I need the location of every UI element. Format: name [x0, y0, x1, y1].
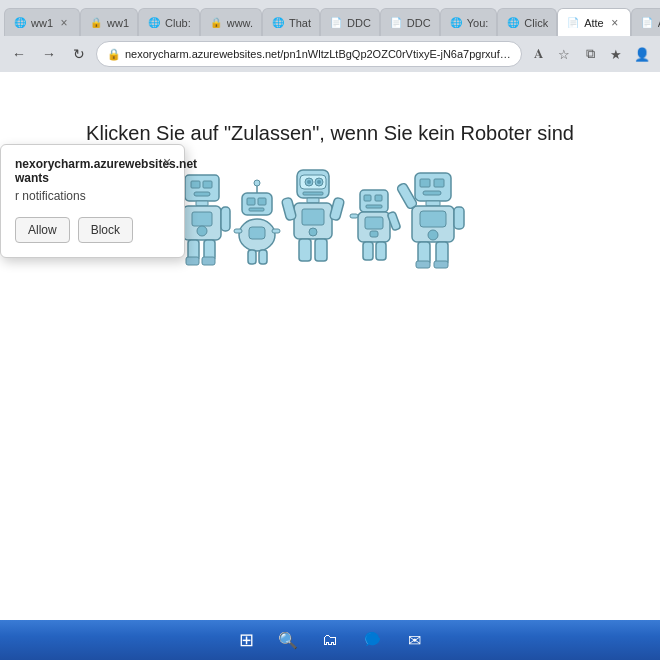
profile-icon[interactable]: 👤 [630, 42, 654, 66]
split-screen-icon[interactable]: ⧉ [578, 42, 602, 66]
svg-rect-66 [434, 261, 448, 268]
tab-favicon-1: 🌐 [13, 16, 27, 30]
svg-rect-26 [259, 250, 267, 264]
svg-rect-40 [299, 239, 311, 261]
svg-rect-3 [194, 192, 210, 196]
tab-ww1-2[interactable]: 🔒 ww1 [80, 8, 138, 36]
tab-atte-active[interactable]: 📄 Atte × [557, 8, 631, 36]
svg-rect-41 [315, 239, 327, 261]
popup-close-button[interactable]: × [158, 153, 176, 171]
tab-bar: 🌐 ww1 × 🔒 ww1 🌐 Club: 🔒 www. 🌐 That 📄 DD… [0, 0, 660, 36]
svg-rect-14 [202, 257, 215, 265]
popup-message: r notifications [15, 189, 170, 203]
tab-label-4: www. [227, 17, 253, 29]
favorites-icon[interactable]: ★ [604, 42, 628, 66]
popup-buttons: Allow Block [15, 217, 170, 243]
svg-point-60 [428, 230, 438, 240]
tab-favicon-10: 📄 [566, 16, 580, 30]
address-actions: 𝐀 ☆ ⧉ ★ 👤 [526, 42, 654, 66]
popup-domain: nexorycharm.azurewebsites.net wants [15, 157, 170, 185]
taskbar: ⊞ 🔍 🗂 ✉ [0, 620, 660, 660]
svg-rect-59 [420, 211, 446, 227]
tab-click1[interactable]: 🌐 Click [497, 8, 557, 36]
svg-rect-0 [185, 175, 219, 201]
svg-rect-52 [376, 242, 386, 260]
svg-point-31 [307, 180, 311, 184]
tab-label-5: That [289, 17, 311, 29]
tab-you[interactable]: 🌐 You: [440, 8, 498, 36]
tab-that[interactable]: 🌐 That [262, 8, 320, 36]
svg-rect-18 [249, 208, 264, 211]
taskbar-mail-button[interactable]: ✉ [396, 622, 432, 658]
tab-favicon-2: 🔒 [89, 16, 103, 30]
forward-button[interactable]: → [36, 41, 62, 67]
svg-rect-6 [192, 212, 212, 226]
svg-rect-36 [302, 209, 324, 225]
tab-club[interactable]: 🌐 Club: [138, 8, 200, 36]
svg-rect-54 [420, 179, 430, 187]
taskbar-taskview-button[interactable]: 🗂 [312, 622, 348, 658]
tab-ww1-1[interactable]: 🌐 ww1 × [4, 8, 80, 36]
svg-rect-47 [365, 217, 383, 229]
svg-rect-23 [234, 229, 242, 233]
tab-close-active[interactable]: × [608, 16, 622, 30]
refresh-button[interactable]: ↻ [66, 41, 92, 67]
tab-favicon-7: 📄 [389, 16, 403, 30]
edge-icon [362, 630, 382, 650]
robot-illustration [170, 165, 490, 285]
address-text: nexorycharm.azurewebsites.net/pn1nWltzLt… [125, 48, 511, 60]
taskbar-windows-button[interactable]: ⊞ [228, 622, 264, 658]
svg-rect-10 [221, 207, 230, 231]
bookmark-icon[interactable]: ☆ [552, 42, 576, 66]
svg-rect-25 [248, 250, 256, 264]
svg-rect-38 [281, 197, 296, 221]
tab-label-6: DDC [347, 17, 371, 29]
notification-popup: × nexorycharm.azurewebsites.net wants r … [0, 144, 185, 258]
tab-label-9: Click [524, 17, 548, 29]
svg-rect-16 [247, 198, 255, 205]
svg-rect-24 [272, 229, 280, 233]
svg-rect-62 [454, 207, 464, 229]
taskbar-edge-button[interactable] [354, 622, 390, 658]
allow-button[interactable]: Allow [15, 217, 70, 243]
page-heading: Klicken Sie auf "Zulassen", wenn Sie kei… [86, 122, 574, 145]
svg-rect-48 [370, 231, 378, 237]
svg-point-7 [197, 226, 207, 236]
svg-rect-1 [191, 181, 200, 188]
svg-point-37 [309, 228, 317, 236]
reader-mode-icon[interactable]: 𝐀 [526, 42, 550, 66]
tab-ddc2[interactable]: 📄 DDC [380, 8, 440, 36]
tab-label-3: Club: [165, 17, 191, 29]
tab-label-8: You: [467, 17, 489, 29]
svg-rect-22 [249, 227, 265, 239]
svg-rect-17 [258, 198, 266, 205]
svg-rect-51 [363, 242, 373, 260]
tab-label-7: DDC [407, 17, 431, 29]
tab-close-1[interactable]: × [57, 16, 71, 30]
tab-favicon-6: 📄 [329, 16, 343, 30]
address-field[interactable]: 🔒 nexorycharm.azurewebsites.net/pn1nWltz… [96, 41, 522, 67]
tab-favicon-8: 🌐 [449, 16, 463, 30]
svg-rect-49 [350, 214, 358, 218]
lock-icon: 🔒 [107, 48, 121, 61]
tab-favicon-4: 🔒 [209, 16, 223, 30]
svg-rect-39 [329, 197, 344, 221]
tab-www[interactable]: 🔒 www. [200, 8, 262, 36]
svg-rect-33 [303, 192, 323, 195]
tab-ddc1[interactable]: 📄 DDC [320, 8, 380, 36]
svg-rect-45 [366, 205, 382, 208]
address-bar-row: ← → ↻ 🔒 nexorycharm.azurewebsites.net/pn… [0, 36, 660, 72]
svg-point-20 [254, 180, 260, 186]
svg-rect-44 [375, 195, 382, 201]
back-button[interactable]: ← [6, 41, 32, 67]
svg-rect-65 [416, 261, 430, 268]
taskbar-search-button[interactable]: 🔍 [270, 622, 306, 658]
block-button[interactable]: Block [78, 217, 133, 243]
svg-rect-55 [434, 179, 444, 187]
svg-rect-2 [203, 181, 212, 188]
tab-favicon-3: 🌐 [147, 16, 161, 30]
tab-atte2[interactable]: 📄 Atte [631, 8, 660, 36]
page-content: Klicken Sie auf "Zulassen", wenn Sie kei… [0, 72, 660, 620]
svg-point-32 [317, 180, 321, 184]
tab-favicon-11: 📄 [640, 16, 654, 30]
